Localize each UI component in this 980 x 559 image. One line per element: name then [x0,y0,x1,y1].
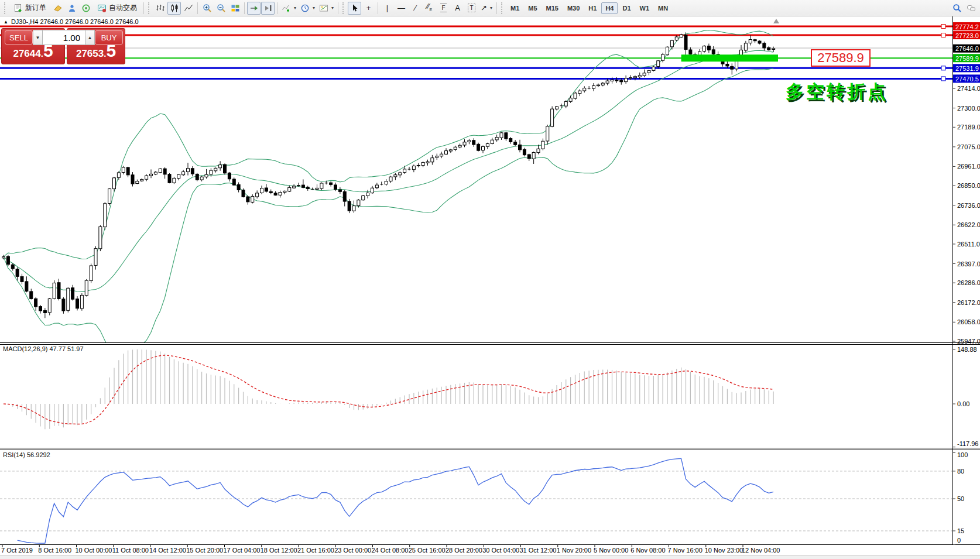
clock-icon [300,4,310,13]
templates-button[interactable]: ▾ [317,2,335,15]
line-chart-button[interactable] [181,2,195,15]
zoom-out-button[interactable] [214,2,228,15]
auto-scroll-button[interactable] [247,2,261,15]
chat-button[interactable] [964,2,978,15]
zoom-out-icon [217,4,226,13]
auto-trading-label: 自动交易 [109,3,137,13]
rsi-indicator-label: RSI(14) 56.9292 [3,451,50,458]
buy-price: 27653.5 [67,42,125,63]
timeframe-d1-button[interactable]: D1 [618,2,635,14]
toolbar-separator [378,2,378,14]
price-badge [953,31,980,39]
time-axis-label: 28 Oct 20:00 [446,547,482,554]
timeframe-h4-button[interactable]: H4 [601,2,618,14]
volume-decrease-button[interactable]: ▼ [33,30,43,45]
price-badge [953,54,980,62]
periods-button[interactable]: ▾ [299,2,317,15]
timeframe-w1-button[interactable]: W1 [636,2,654,14]
chevron-down-icon: ▾ [331,5,334,11]
zoom-in-button[interactable] [200,2,214,15]
chart-title-text: DJ30-,H4 27646.0 27646.0 27646.0 27646.0 [11,18,139,25]
price-axis-label: 26622.0 [957,221,980,228]
cursor-button[interactable] [348,2,361,15]
time-axis-label: 11 Oct 08:00 [112,547,149,554]
macd-name: MACD(12,26,9) [3,345,47,352]
tile-windows-button[interactable] [228,2,242,15]
tile-windows-icon [231,4,240,13]
crosshair-icon: + [366,4,371,12]
time-axis-label: 25 Oct 16:00 [409,547,446,554]
price-axis-label: 26058.0 [957,318,980,325]
macd-value-signal: 51.97 [67,345,84,352]
horizontal-line-button[interactable]: — [395,2,408,15]
level-price-callout[interactable]: 27589.9 [811,49,871,67]
price-axis-label: 26850.0 [957,182,980,189]
time-axis-label: 8 Oct 16:00 [38,547,71,554]
arrows-button[interactable]: ↗ ▾ [479,2,494,15]
candlestick-chart-button[interactable] [167,2,181,15]
price-axis-label: 26286.0 [957,279,980,286]
timeframe-m30-button[interactable]: M30 [563,2,584,14]
price-badge [953,44,980,53]
macd-axis-label: 148.88 [957,346,977,353]
bar-chart-button[interactable] [153,2,167,15]
one-click-trade-panel: SELL 27644.5 BUY 27653.5 ▼ ▲ [1,28,125,64]
rsi-axis-label: 0 [957,537,961,544]
chevron-down-icon: ▾ [490,5,492,11]
quotes-button[interactable] [51,2,64,15]
price-axis-label: 26961.0 [957,163,980,170]
text-label-button[interactable]: T [465,2,478,15]
indicators-button[interactable]: ▾ [280,2,298,15]
volume-increase-button[interactable]: ▲ [85,30,95,45]
volume-input[interactable] [43,30,85,45]
fibonacci-button[interactable]: F [437,2,450,15]
search-icon [952,4,962,13]
bollinger-upper-band [4,30,773,259]
vertical-line-button[interactable]: | [381,2,394,15]
time-axis-label: 1 Nov 20:00 [557,547,591,554]
chat-icon [967,4,976,13]
timeframe-m1-button[interactable]: M1 [506,2,523,14]
search-button[interactable] [950,2,964,15]
price-axis-label: 26511.0 [957,241,980,248]
price-axis-label: 27300.0 [957,105,980,112]
macd-axis-label: 0.00 [957,400,969,407]
toolbar-separator [244,2,245,14]
text-button[interactable]: A [451,2,464,15]
level-lines[interactable] [0,25,952,81]
text-label-icon: T [468,4,475,12]
new-order-button[interactable]: 新订单 [9,2,50,15]
time-axis-label: 17 Oct 04:00 [224,547,261,554]
chart-shift-marker[interactable] [773,19,779,23]
toolbar-separator [197,2,198,14]
community-button[interactable] [65,2,78,15]
signals-button[interactable] [79,2,92,15]
bar-chart-icon [156,4,165,13]
price-axis-label: 25947.0 [957,338,980,345]
turning-point-annotation[interactable]: 多空转折点 [786,80,888,104]
price-axis-label: 27189.0 [957,124,980,131]
timeframe-mn-button[interactable]: MN [654,2,672,14]
toolbar-grip [501,2,504,14]
rsi-name: RSI(14) [3,451,25,458]
collapse-arrow-icon[interactable]: ▲ [4,19,8,25]
equidistant-channel-button[interactable]: ∕∕E [423,2,436,15]
time-axis-label: 24 Oct 08:00 [372,547,409,554]
timeframe-m5-button[interactable]: M5 [524,2,541,14]
crosshair-button[interactable]: + [362,2,375,15]
timeframe-h1-button[interactable]: H1 [584,2,601,14]
auto-trading-button[interactable]: 自动交易 [93,2,141,15]
chart-shift-button[interactable] [261,2,275,15]
person-icon [67,4,77,13]
sell-price: 27644.5 [2,42,64,63]
channel-icon: ∕∕E [427,2,432,13]
buy-price-main: 27653 [76,48,104,59]
toolbar-grip [4,2,7,14]
trendline-button[interactable]: ∕ [409,2,422,15]
highlight-zone[interactable] [681,54,778,61]
macd-layer [4,349,773,429]
bollinger-lower-band [4,68,773,364]
auto-scroll-icon [249,4,259,13]
timeframe-m15-button[interactable]: M15 [542,2,563,14]
signals-icon [81,4,91,13]
